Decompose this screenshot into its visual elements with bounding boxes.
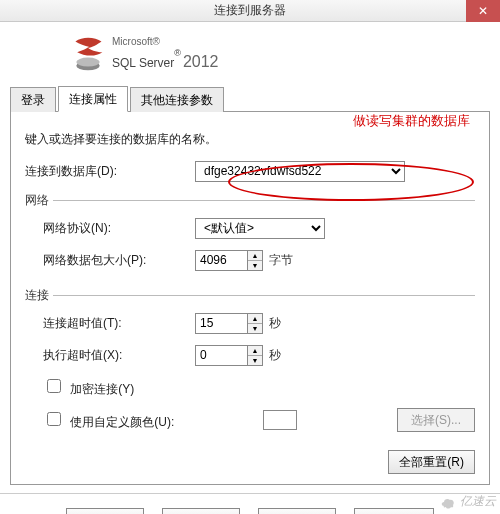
sql-server-icon bbox=[70, 36, 106, 72]
brand-area: Microsoft® SQL Server®2012 bbox=[10, 27, 490, 81]
label-packet-size: 网络数据包大小(P): bbox=[25, 252, 195, 269]
brand-microsoft: Microsoft® bbox=[112, 37, 218, 47]
spin-up-icon[interactable]: ▲ bbox=[248, 251, 262, 261]
svg-point-1 bbox=[76, 58, 99, 67]
options-button[interactable]: 选项(O) << bbox=[354, 508, 435, 514]
exec-timeout-spinner[interactable]: ▲▼ bbox=[195, 345, 263, 366]
encrypt-row: 加密连接(Y) bbox=[25, 376, 195, 398]
connection-legend: 连接 bbox=[25, 287, 53, 304]
connection-group: 连接 连接超时值(T): ▲▼ 秒 执行超时值(X): bbox=[25, 287, 475, 442]
spin-up-icon[interactable]: ▲ bbox=[248, 314, 262, 324]
reset-all-button[interactable]: 全部重置(R) bbox=[388, 450, 475, 474]
conn-timeout-input[interactable] bbox=[195, 313, 247, 334]
select-color-button: 选择(S)... bbox=[397, 408, 475, 432]
network-group: 网络 网络协议(N): <默认值> 网络数据包大小(P): ▲▼ bbox=[25, 192, 475, 281]
connection-properties-panel: 键入或选择要连接的数据库的名称。 连接到数据库(D): dfge32432vfd… bbox=[10, 112, 490, 485]
protocol-combo[interactable]: <默认值> bbox=[195, 218, 325, 239]
packet-size-input[interactable] bbox=[195, 250, 247, 271]
custom-color-row: 使用自定义颜色(U): bbox=[25, 409, 195, 431]
label-exec-timeout: 执行超时值(X): bbox=[25, 347, 195, 364]
connect-button[interactable]: 连接(C) bbox=[66, 508, 144, 514]
help-button[interactable]: 帮助 bbox=[258, 508, 336, 514]
custom-color-checkbox[interactable] bbox=[47, 412, 61, 426]
tab-strip: 登录 连接属性 其他连接参数 bbox=[10, 85, 490, 112]
spin-down-icon[interactable]: ▼ bbox=[248, 356, 262, 365]
tab-other-params[interactable]: 其他连接参数 bbox=[130, 87, 224, 112]
network-legend: 网络 bbox=[25, 192, 53, 209]
color-swatch bbox=[263, 410, 297, 430]
label-conn-timeout: 连接超时值(T): bbox=[25, 315, 195, 332]
window-title: 连接到服务器 bbox=[214, 2, 286, 19]
brand-product: SQL Server®2012 bbox=[112, 49, 218, 71]
label-encrypt: 加密连接(Y) bbox=[70, 382, 134, 396]
spin-up-icon[interactable]: ▲ bbox=[248, 346, 262, 356]
unit-seconds-2: 秒 bbox=[269, 347, 281, 364]
encrypt-checkbox[interactable] bbox=[47, 379, 61, 393]
packet-size-spinner[interactable]: ▲▼ bbox=[195, 250, 263, 271]
spin-down-icon[interactable]: ▼ bbox=[248, 324, 262, 333]
spin-down-icon[interactable]: ▼ bbox=[248, 261, 262, 270]
exec-timeout-input[interactable] bbox=[195, 345, 247, 366]
dialog-buttons: 连接(C) 取消 帮助 选项(O) << bbox=[0, 493, 500, 514]
title-bar: 连接到服务器 ✕ bbox=[0, 0, 500, 22]
cancel-button[interactable]: 取消 bbox=[162, 508, 240, 514]
tab-login[interactable]: 登录 bbox=[10, 87, 56, 112]
annotation-text: 做读写集群的数据库 bbox=[353, 112, 470, 130]
label-custom-color: 使用自定义颜色(U): bbox=[70, 415, 174, 429]
tab-connection-properties[interactable]: 连接属性 bbox=[58, 86, 128, 112]
label-net-protocol: 网络协议(N): bbox=[25, 220, 195, 237]
close-button[interactable]: ✕ bbox=[466, 0, 500, 22]
close-icon: ✕ bbox=[478, 4, 488, 18]
label-connect-db: 连接到数据库(D): bbox=[25, 163, 195, 180]
database-combo[interactable]: dfge32432vfdwfsd522 bbox=[195, 161, 405, 182]
unit-bytes: 字节 bbox=[269, 252, 293, 269]
instruction-text: 键入或选择要连接的数据库的名称。 bbox=[25, 131, 217, 148]
conn-timeout-spinner[interactable]: ▲▼ bbox=[195, 313, 263, 334]
unit-seconds-1: 秒 bbox=[269, 315, 281, 332]
